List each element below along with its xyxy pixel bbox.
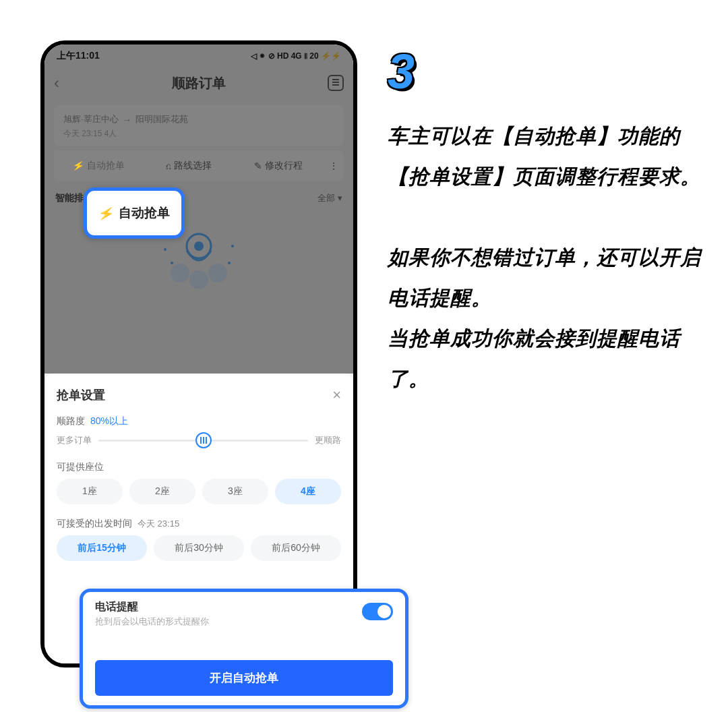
tab-edit-trip-label: 修改行程 — [265, 160, 303, 172]
phone-remind-title: 电话提醒 — [95, 600, 209, 614]
description-2: 如果你不想错过订单，还可以开启电话提醒。 — [388, 237, 708, 318]
step-number: 3 — [388, 47, 708, 96]
depart-label: 可接受的出发时间 — [57, 518, 132, 530]
route-card: 旭辉·莘庄中心 → 阳明国际花苑 今天 23:15 4人 — [54, 105, 344, 146]
tab-edit-trip[interactable]: ✎ 修改行程 — [234, 150, 324, 181]
shunlu-slider[interactable] — [98, 440, 308, 442]
route-time-people: 今天 23:15 4人 — [63, 128, 334, 140]
seat-option-1[interactable]: 1座 — [57, 479, 123, 504]
route-icon: ⎌ — [166, 161, 171, 171]
page-title: 顺路订单 — [172, 74, 226, 92]
description-1: 车主可以在【自动抢单】功能的【抢单设置】页面调整行程要求。 — [388, 116, 708, 197]
status-bar: 上午11:01 ◁ ⁕ ⊘ HD 4G ⫴ 20 ⚡⚡ — [44, 44, 353, 65]
phone-remind-toggle[interactable] — [362, 603, 393, 620]
depart-value: 今天 23:15 — [138, 518, 179, 530]
nav-bar: ‹ 顺路订单 — [44, 65, 353, 101]
sheet-title: 抢单设置 — [57, 387, 105, 403]
svg-point-8 — [228, 262, 231, 264]
shunlu-value: 80%以上 — [90, 415, 128, 427]
highlight-auto-grab-tab: ⚡ 自动抢单 — [84, 187, 185, 239]
svg-point-3 — [208, 264, 227, 283]
route-from: 旭辉·莘庄中心 — [63, 113, 119, 125]
highlight-auto-grab-label: 自动抢单 — [119, 204, 170, 222]
seats-label: 可提供座位 — [57, 461, 341, 473]
svg-point-4 — [189, 270, 208, 289]
enable-auto-grab-button[interactable]: 开启自动抢单 — [95, 660, 393, 696]
seat-option-4[interactable]: 4座 — [275, 479, 341, 504]
highlight-phone-remind: 电话提醒 抢到后会以电话的形式提醒你 开启自动抢单 — [80, 589, 408, 709]
filter-all[interactable]: 全部 ▾ — [317, 192, 342, 204]
phone-frame: 上午11:01 ◁ ⁕ ⊘ HD 4G ⫴ 20 ⚡⚡ ‹ 顺路订单 旭辉·莘庄… — [40, 40, 357, 668]
shunlu-label: 顺路度 — [57, 415, 85, 427]
svg-point-1 — [194, 241, 204, 251]
lightning-icon: ⚡ — [97, 204, 116, 222]
depart-option-60[interactable]: 前后60分钟 — [251, 535, 341, 561]
svg-point-2 — [171, 264, 189, 283]
pencil-icon: ✎ — [254, 160, 262, 171]
depart-option-15[interactable]: 前后15分钟 — [57, 535, 147, 561]
depart-option-30[interactable]: 前后30分钟 — [154, 535, 244, 561]
svg-point-6 — [231, 245, 234, 247]
svg-point-5 — [164, 248, 166, 251]
seats-options: 1座 2座 3座 4座 — [57, 479, 341, 504]
tab-route-select[interactable]: ⎌ 路线选择 — [144, 150, 233, 181]
tab-auto-grab-label: 自动抢单 — [87, 160, 125, 172]
lightning-icon: ⚡ — [72, 160, 86, 173]
arrow-icon: → — [123, 115, 131, 125]
tab-route-select-label: 路线选择 — [174, 160, 212, 172]
tab-auto-grab[interactable]: ⚡ 自动抢单 — [54, 150, 144, 181]
svg-point-7 — [171, 262, 173, 264]
slider-left-label: 更多订单 — [57, 434, 92, 446]
message-icon[interactable] — [328, 75, 344, 91]
description-3: 当抢单成功你就会接到提醒电话了。 — [388, 318, 708, 399]
seat-option-2[interactable]: 2座 — [129, 479, 195, 504]
depart-options: 前后15分钟 前后30分钟 前后60分钟 — [57, 535, 341, 561]
slider-thumb[interactable] — [195, 432, 212, 448]
phone-remind-sub: 抢到后会以电话的形式提醒你 — [95, 616, 209, 628]
tab-more[interactable]: ⋮ — [324, 150, 344, 181]
route-to: 阳明国际花苑 — [135, 113, 188, 125]
instruction-column: 3 车主可以在【自动抢单】功能的【抢单设置】页面调整行程要求。 如果你不想错过订… — [388, 40, 708, 668]
status-time: 上午11:01 — [57, 50, 100, 62]
seat-option-3[interactable]: 3座 — [202, 479, 268, 504]
tab-bar: ⚡ 自动抢单 ⎌ 路线选择 ✎ 修改行程 ⋮ — [54, 150, 344, 181]
back-icon[interactable]: ‹ — [54, 73, 59, 92]
slider-right-label: 更顺路 — [315, 434, 341, 446]
close-icon[interactable]: × — [332, 388, 341, 403]
status-indicators: ◁ ⁕ ⊘ HD 4G ⫴ 20 ⚡⚡ — [251, 50, 341, 62]
